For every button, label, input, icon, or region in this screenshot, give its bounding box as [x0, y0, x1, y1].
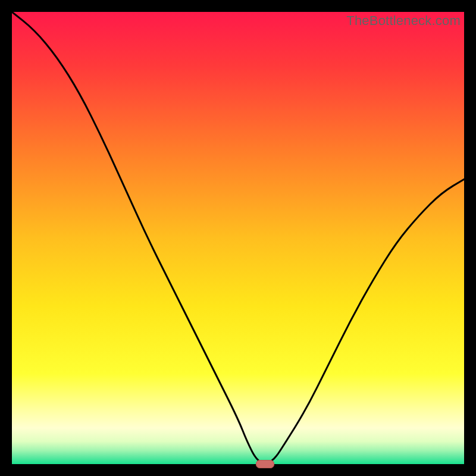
valley-marker: [256, 460, 274, 468]
plot-area: TheBottleneck.com: [12, 12, 464, 464]
bottleneck-curve: [12, 12, 464, 464]
chart-frame: TheBottleneck.com: [0, 0, 476, 476]
watermark-text: TheBottleneck.com: [346, 13, 461, 29]
